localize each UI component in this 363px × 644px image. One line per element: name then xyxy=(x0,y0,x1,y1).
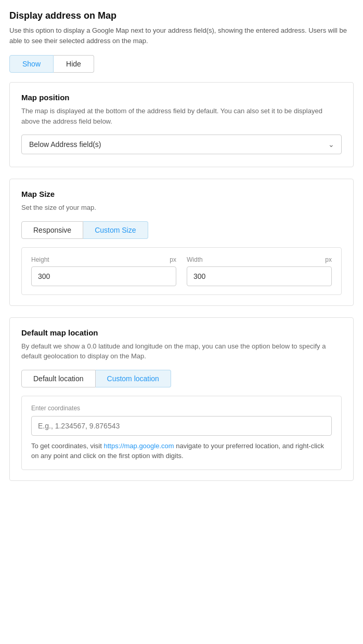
map-position-description: The map is displayed at the bottom of th… xyxy=(21,106,342,126)
width-label: Width xyxy=(187,256,203,263)
map-position-section: Map position The map is displayed at the… xyxy=(9,82,354,167)
height-input[interactable] xyxy=(31,266,176,286)
map-position-title: Map position xyxy=(21,93,342,102)
coordinates-label: Enter coordinates xyxy=(31,405,332,412)
map-location-description: By default we show a 0.0 latitude and lo… xyxy=(21,341,342,361)
width-unit: px xyxy=(325,256,332,263)
size-row: Height px Width px xyxy=(31,256,332,286)
visibility-toggle-group: Show Hide xyxy=(9,55,354,73)
map-location-tab-group: Default location Custom location xyxy=(21,370,342,387)
default-location-tab[interactable]: Default location xyxy=(21,370,96,387)
height-field-header: Height px xyxy=(31,256,176,263)
width-field-group: Width px xyxy=(187,256,332,286)
help-text-before: To get coordinates, visit xyxy=(31,442,103,450)
coordinates-help: To get coordinates, visit https://map.go… xyxy=(31,441,332,461)
map-size-title: Map Size xyxy=(21,190,342,198)
map-position-select-wrapper: Below Address field(s) Above Address fie… xyxy=(21,135,342,154)
map-size-tab-group: Responsive Custom Size xyxy=(21,221,342,239)
map-size-section: Map Size Set the size of your map. Respo… xyxy=(9,179,354,306)
map-location-title: Default map location xyxy=(21,328,342,337)
height-field-group: Height px xyxy=(31,256,176,286)
custom-location-tab[interactable]: Custom location xyxy=(96,370,171,387)
custom-size-tab[interactable]: Custom Size xyxy=(83,221,148,239)
width-input[interactable] xyxy=(187,266,332,286)
page-description: Use this option to display a Google Map … xyxy=(9,25,354,46)
coordinates-input[interactable] xyxy=(31,416,332,436)
show-button[interactable]: Show xyxy=(9,55,54,73)
width-field-header: Width px xyxy=(187,256,332,263)
map-position-select[interactable]: Below Address field(s) Above Address fie… xyxy=(21,135,342,154)
hide-button[interactable]: Hide xyxy=(54,55,94,73)
height-label: Height xyxy=(31,256,49,263)
responsive-tab[interactable]: Responsive xyxy=(21,221,83,239)
map-location-section: Default map location By default we show … xyxy=(9,317,354,481)
coordinates-card: Enter coordinates To get coordinates, vi… xyxy=(21,396,342,470)
google-map-link[interactable]: https://map.google.com xyxy=(103,442,174,450)
size-inputs-card: Height px Width px xyxy=(21,247,342,295)
map-size-description: Set the size of your map. xyxy=(21,203,342,213)
height-unit: px xyxy=(170,256,176,263)
page-title: Display address on Map xyxy=(9,10,354,21)
